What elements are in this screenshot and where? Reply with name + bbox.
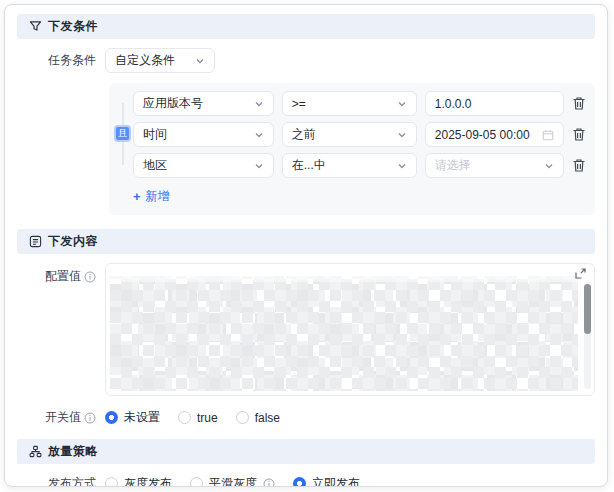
delete-condition-button[interactable] — [572, 96, 587, 112]
delete-condition-button[interactable] — [572, 158, 587, 174]
section-header-content: 下发内容 — [17, 229, 595, 254]
radio-dot — [178, 411, 191, 424]
switch-value-label-wrap: 开关值 — [13, 409, 105, 426]
switch-value-radio-group: 未设置 true false — [105, 409, 280, 426]
section-header-conditions: 下发条件 — [17, 14, 595, 39]
chevron-down-icon — [397, 161, 407, 171]
radio-false[interactable]: false — [236, 411, 280, 425]
condition-field-select[interactable]: 地区 — [133, 153, 274, 178]
add-condition-label: 新增 — [146, 188, 170, 205]
radio-immediate-release[interactable]: 立即发布 — [293, 475, 360, 487]
radio-dot — [293, 477, 306, 487]
switch-value-label: 开关值 — [45, 409, 81, 426]
condition-row: 地区 在...中 请选择 — [133, 153, 587, 178]
add-condition-button[interactable]: + 新增 — [133, 188, 170, 205]
publish-config-panel: 下发条件 任务条件 自定义条件 且 应用版本号 >= — [4, 4, 608, 487]
info-icon[interactable] — [263, 478, 275, 488]
section-title-strategy: 放量策略 — [48, 443, 98, 460]
condition-field-value: 地区 — [143, 157, 167, 174]
condition-field-value: 应用版本号 — [143, 95, 203, 112]
radio-label: true — [197, 411, 218, 425]
condition-value-input-wrap — [425, 91, 564, 116]
radio-dot — [105, 477, 118, 487]
condition-date-input-wrap — [425, 122, 564, 147]
publish-mode-row: 发布方式 灰度发布 平滑灰度 立即发布 — [13, 475, 599, 487]
condition-operator-select[interactable]: 在...中 — [282, 153, 417, 178]
condition-field-select[interactable]: 应用版本号 — [133, 91, 274, 116]
chevron-down-icon — [397, 99, 407, 109]
chevron-down-icon — [544, 161, 554, 171]
radio-smooth-gray[interactable]: 平滑灰度 — [190, 475, 275, 487]
plus-icon: + — [133, 190, 141, 203]
task-condition-select[interactable]: 自定义条件 — [105, 48, 215, 73]
strategy-icon — [29, 445, 42, 458]
publish-mode-label: 发布方式 — [13, 475, 105, 487]
radio-gray-release[interactable]: 灰度发布 — [105, 475, 172, 487]
condition-builder: 且 应用版本号 >= — [109, 83, 595, 215]
delete-condition-button[interactable] — [572, 127, 587, 143]
expand-icon — [574, 267, 587, 281]
info-icon[interactable] — [84, 412, 96, 424]
config-value-label: 配置值 — [45, 268, 81, 285]
condition-operator-value: 之前 — [292, 126, 316, 143]
condition-row: 应用版本号 >= — [133, 91, 587, 116]
content-icon — [29, 235, 42, 248]
radio-dot — [190, 477, 203, 487]
redacted-config-content — [110, 276, 578, 391]
and-operator-badge[interactable]: 且 — [114, 125, 131, 142]
task-condition-selected-value: 自定义条件 — [115, 52, 175, 69]
calendar-icon — [542, 129, 554, 141]
task-condition-label: 任务条件 — [13, 52, 105, 69]
trash-icon — [572, 127, 586, 143]
config-value-textarea[interactable] — [105, 263, 595, 396]
radio-unset[interactable]: 未设置 — [105, 409, 160, 426]
chevron-down-icon — [254, 130, 264, 140]
chevron-down-icon — [397, 130, 407, 140]
textarea-scrollbar-thumb[interactable] — [584, 284, 591, 334]
section-title-content: 下发内容 — [48, 233, 98, 250]
switch-value-row: 开关值 未设置 true false — [13, 409, 599, 426]
redacted-fade — [110, 264, 578, 282]
config-value-row: 配置值 — [13, 263, 599, 396]
section-title-conditions: 下发条件 — [48, 18, 98, 35]
chevron-down-icon — [195, 56, 205, 66]
filter-icon — [29, 20, 42, 33]
radio-label: 立即发布 — [312, 475, 360, 487]
section-header-strategy: 放量策略 — [17, 439, 595, 464]
condition-value-placeholder: 请选择 — [435, 157, 471, 174]
task-condition-row: 任务条件 自定义条件 — [13, 48, 599, 73]
radio-label: false — [255, 411, 280, 425]
condition-operator-value: >= — [292, 97, 306, 111]
info-icon[interactable] — [84, 271, 96, 283]
radio-dot — [105, 411, 118, 424]
condition-date-input[interactable] — [435, 128, 542, 142]
chevron-down-icon — [254, 99, 264, 109]
config-value-label-wrap: 配置值 — [13, 268, 105, 285]
radio-label: 未设置 — [124, 409, 160, 426]
trash-icon — [572, 158, 586, 174]
condition-value-select[interactable]: 请选择 — [425, 153, 564, 178]
trash-icon — [572, 96, 586, 112]
radio-dot — [236, 411, 249, 424]
radio-true[interactable]: true — [178, 411, 218, 425]
condition-value-input[interactable] — [435, 97, 554, 111]
condition-row: 时间 之前 — [133, 122, 587, 147]
condition-operator-select[interactable]: 之前 — [282, 122, 417, 147]
publish-mode-radio-group: 灰度发布 平滑灰度 立即发布 — [105, 475, 360, 487]
chevron-down-icon — [254, 161, 264, 171]
condition-field-select[interactable]: 时间 — [133, 122, 274, 147]
radio-label: 平滑灰度 — [209, 475, 257, 487]
expand-editor-button[interactable] — [574, 267, 588, 281]
radio-label: 灰度发布 — [124, 475, 172, 487]
condition-operator-select[interactable]: >= — [282, 91, 417, 116]
condition-operator-value: 在...中 — [292, 157, 326, 174]
condition-field-value: 时间 — [143, 126, 167, 143]
